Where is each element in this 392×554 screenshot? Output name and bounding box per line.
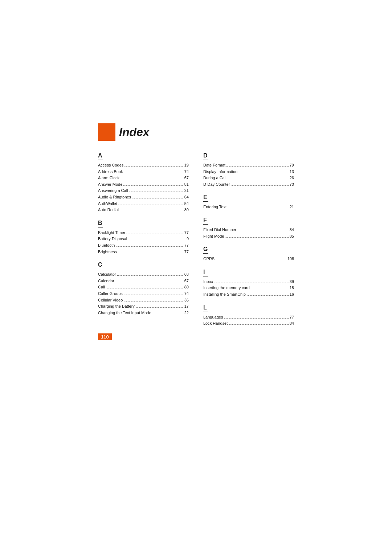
- entry-dots: [229, 324, 288, 325]
- entry-page: 80: [184, 207, 189, 213]
- index-entry: D-Day Counter70: [203, 181, 294, 188]
- page: Index AAccess Codes19Address Book74Alarm…: [0, 0, 392, 554]
- entry-dots: [117, 275, 183, 276]
- entry-page: 19: [184, 162, 189, 169]
- index-entry: Entering Text21: [203, 204, 294, 210]
- index-entry: During a Call26: [203, 175, 294, 181]
- entry-label: Caller Groups: [98, 291, 123, 297]
- entry-dots: [124, 295, 183, 295]
- index-entry: Answer Mode81: [98, 181, 189, 188]
- index-entry: Caller Groups74: [98, 291, 189, 297]
- entry-label: Access Codes: [98, 162, 123, 169]
- entry-page: 21: [184, 188, 189, 194]
- entry-page: 80: [184, 284, 189, 291]
- entry-dots: [224, 318, 288, 319]
- entry-label: Calculator: [98, 271, 116, 278]
- entry-label: Address Book: [98, 169, 123, 175]
- index-entry: Inserting the memory card18: [203, 285, 294, 291]
- entry-dots: [238, 173, 289, 173]
- entry-page: 84: [290, 227, 294, 233]
- index-title: Index: [119, 126, 150, 139]
- index-entry: Cellular Video36: [98, 297, 189, 304]
- index-entry: Call80: [98, 284, 189, 291]
- entry-label: Auto Redial: [98, 207, 119, 213]
- entry-page: 79: [290, 162, 294, 169]
- entry-page: 13: [290, 169, 294, 175]
- entry-page: 54: [184, 201, 189, 207]
- entry-page: 22: [184, 310, 189, 316]
- index-entry: Fixed Dial Number84: [203, 227, 294, 233]
- index-columns: AAccess Codes19Address Book74Alarm Clock…: [98, 152, 294, 327]
- entry-label: Brightness: [98, 249, 117, 255]
- entry-label: Answer Mode: [98, 181, 122, 188]
- entry-dots: [231, 185, 288, 186]
- entry-dots: [106, 288, 183, 288]
- entry-label: Languages: [203, 314, 223, 321]
- index-entry: Auto Redial80: [98, 207, 189, 213]
- entry-dots: [129, 192, 183, 192]
- entry-label: Lock Handset: [203, 320, 228, 327]
- entry-page: 81: [184, 181, 189, 188]
- header-section: Index: [98, 123, 294, 141]
- entry-dots: [126, 234, 183, 234]
- section-letter-f: F: [203, 217, 208, 225]
- entry-page: 18: [290, 285, 294, 291]
- entry-page: 16: [290, 291, 294, 298]
- index-entry: Calendar67: [98, 278, 189, 284]
- left-column: AAccess Codes19Address Book74Alarm Clock…: [98, 152, 189, 327]
- entry-page: 70: [290, 181, 294, 188]
- index-entry: Access Codes19: [98, 162, 189, 169]
- entry-dots: [118, 253, 183, 253]
- entry-page: 74: [184, 291, 189, 297]
- entry-label: Cellular Video: [98, 297, 123, 304]
- entry-dots: [121, 179, 183, 179]
- entry-dots: [251, 289, 289, 289]
- entry-page: 26: [290, 175, 294, 181]
- entry-dots: [228, 179, 289, 179]
- entry-label: Fixed Dial Number: [203, 227, 236, 233]
- entry-label: Call: [98, 284, 105, 291]
- index-entry: Audio & Ringtones64: [98, 194, 189, 201]
- entry-page: 36: [184, 297, 189, 304]
- page-number-badge: 110: [98, 333, 112, 340]
- orange-block: [98, 123, 115, 141]
- entry-label: Changing the Text Input Mode: [98, 310, 151, 316]
- section-letter-b: B: [98, 220, 103, 227]
- entry-page: 77: [184, 249, 189, 255]
- entry-dots: [216, 260, 286, 260]
- entry-label: Backlight Timer: [98, 230, 125, 236]
- content-area: Index AAccess Codes19Address Book74Alarm…: [0, 0, 392, 413]
- entry-dots: [115, 282, 183, 282]
- index-entry: Answering a Call21: [98, 188, 189, 194]
- entry-label: Inserting the memory card: [203, 285, 250, 291]
- entry-label: Display Information: [203, 169, 237, 175]
- entry-label: Calendar: [98, 278, 114, 284]
- index-entry: Installing the SmartChip16: [203, 291, 294, 298]
- entry-page: 67: [184, 278, 189, 284]
- right-column: DDate Format79Display Information13Durin…: [203, 152, 294, 327]
- entry-page: 77: [290, 314, 294, 321]
- entry-page: 85: [290, 233, 294, 240]
- index-entry: Changing the Text Input Mode22: [98, 310, 189, 316]
- index-entry: Lock Handset84: [203, 320, 294, 327]
- entry-page: 68: [184, 271, 189, 278]
- entry-page: 17: [184, 303, 189, 310]
- entry-dots: [226, 166, 289, 167]
- entry-page: 39: [290, 279, 294, 285]
- entry-label: Bluetooth: [98, 242, 115, 249]
- entry-dots: [118, 205, 183, 205]
- entry-dots: [228, 208, 289, 208]
- entry-page: 74: [184, 169, 189, 175]
- index-entry: Bluetooth77: [98, 242, 189, 249]
- entry-label: Entering Text: [203, 204, 226, 210]
- entry-dots: [132, 198, 183, 198]
- entry-dots: [124, 166, 183, 167]
- entry-page: 64: [184, 194, 189, 201]
- entry-label: Flight Mode: [203, 233, 224, 240]
- entry-dots: [152, 314, 183, 314]
- entry-dots: [214, 283, 289, 283]
- entry-label: Installing the SmartChip: [203, 291, 246, 298]
- section-letter-a: A: [98, 152, 103, 160]
- section-letter-g: G: [203, 246, 208, 254]
- entry-dots: [247, 295, 289, 296]
